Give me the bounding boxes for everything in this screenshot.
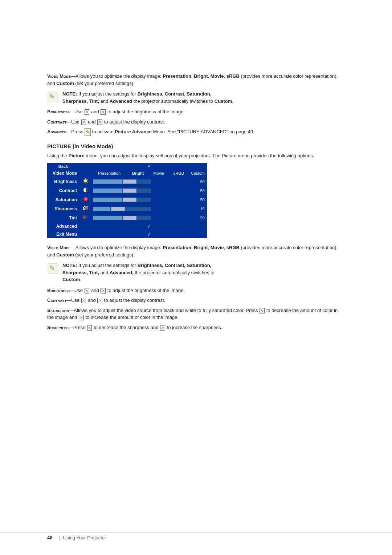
presentation-col: Presentation: [91, 170, 127, 177]
advanced-para-1: Advanced—Press ✎ to activate Picture Adv…: [47, 128, 345, 136]
note-icon-1: ✎: [47, 91, 59, 103]
picture-table-wrapper: Back ✓ Video Mode Presentation Bright Mo…: [47, 163, 345, 238]
sharpness-bar-cell: [91, 204, 189, 213]
video-mode-bold-1: Presentation, Bright: [163, 73, 208, 79]
video-mode-icon-cell: [80, 170, 91, 177]
table-row: Contrast 50: [47, 186, 207, 195]
tint-icon: [82, 214, 89, 220]
table-row: Sharpness: [47, 204, 207, 213]
bracket-left-2: <: [81, 119, 86, 125]
note-box-1: ✎ NOTE: If you adjust the settings for B…: [47, 90, 345, 105]
picture-section-heading: PICTURE (in Video Mode): [47, 143, 345, 149]
svg-text:✎: ✎: [49, 93, 55, 101]
svg-rect-17: [84, 207, 85, 208]
movie-col: Movie: [149, 170, 169, 177]
svg-rect-15: [84, 206, 85, 207]
custom-col: Custom: [189, 170, 207, 177]
sharpness-icon: [82, 205, 89, 211]
contrast-bar: [93, 189, 122, 193]
sun-icon: [82, 178, 89, 184]
svg-point-2: [84, 179, 87, 182]
sharpness-bar: [93, 207, 110, 211]
picture-table: Back ✓ Video Mode Presentation Bright Mo…: [47, 163, 207, 238]
video-mode-label-cell: Video Mode: [47, 170, 80, 177]
sharpness-box: [111, 207, 125, 211]
back-label-cell: Back: [47, 163, 80, 170]
svg-point-22: [85, 215, 89, 219]
note-content-1: NOTE: If you adjust the settings for Bri…: [62, 90, 233, 105]
contrast-para-2: Contrast—Use < and > to adjust the displ…: [47, 297, 345, 304]
footer-text: Using Your Projector: [63, 535, 106, 540]
tint-bar-cell: [91, 213, 189, 222]
contrast-para-1: Contrast—Use < and > to adjust the displ…: [47, 118, 345, 126]
sharpness-para: Sharpness—Press < to decrease the sharpn…: [47, 324, 345, 331]
svg-line-8: [87, 182, 88, 183]
brightness-bar-cell: [91, 177, 189, 186]
table-row: Advanced ✓: [47, 222, 207, 230]
video-mode-label-1: Video Mode: [47, 73, 71, 79]
video-mode-para-2: Video Mode—Allows you to optimize the di…: [47, 244, 345, 258]
bracket-right-5: >: [79, 315, 84, 320]
bracket-right-6: >: [160, 325, 165, 331]
bracket-right-4: >: [97, 298, 102, 303]
video-mode-row: Video Mode Presentation Bright Movie sRG…: [47, 170, 207, 177]
brightness-para-2: Brightness—Use < and > to adjust the bri…: [47, 287, 345, 294]
brightness-bar: [93, 179, 122, 184]
brightness-para-1: Brightness—Use < and > to adjust the bri…: [47, 108, 345, 116]
note-icon-2: ✎: [47, 263, 59, 274]
note-svg-1: ✎: [47, 91, 59, 103]
saturation-icon: [82, 196, 89, 202]
table-row: Brightness: [47, 177, 207, 186]
footer-page-number: 48: [47, 535, 52, 540]
table-header-row: Back ✓: [47, 163, 207, 170]
svg-line-10: [84, 182, 85, 183]
saturation-para: Saturation—Allows you to adjust the vide…: [47, 307, 345, 321]
bracket-right-3: >: [101, 288, 106, 293]
picture-intro: Using the Picture menu, you can adjust t…: [47, 152, 345, 159]
tint-bar: [93, 216, 122, 220]
checkmark-header-cell: ✓: [91, 163, 207, 170]
brightness-box: [123, 179, 136, 184]
bracket-left-5: <: [260, 308, 265, 313]
advanced-icon: ✎: [85, 128, 91, 136]
em-dash-1: —: [71, 73, 75, 79]
bracket-left-6: <: [87, 325, 92, 331]
note-label-1: NOTE:: [62, 91, 77, 97]
saturation-bar: [93, 198, 122, 202]
note-svg-2: ✎: [47, 263, 59, 274]
bracket-left-3: <: [85, 288, 90, 293]
bracket-left-4: <: [81, 298, 86, 303]
srgb-col: sRGB: [169, 170, 189, 177]
svg-rect-18: [85, 206, 88, 208]
svg-rect-14: [83, 206, 84, 207]
table-row: Saturation 50: [47, 195, 207, 204]
saturation-box: [123, 198, 136, 202]
svg-text:✎: ✎: [49, 264, 55, 272]
svg-line-7: [84, 179, 85, 180]
tint-box: [123, 216, 136, 220]
advanced-checkmark: ✓: [91, 222, 207, 230]
video-mode-text-1: Allows you to optimize the display image…: [75, 73, 163, 79]
exit-checkmark: ✓: [91, 230, 207, 238]
page: Video Mode—Allows you to optimize the di…: [0, 0, 392, 555]
svg-line-9: [87, 179, 88, 180]
contrast-box: [123, 189, 136, 193]
svg-rect-20: [83, 208, 85, 210]
video-mode-para-1: Video Mode—Allows you to optimize the di…: [47, 73, 345, 87]
svg-rect-19: [85, 208, 88, 210]
footer: 48 | Using Your Projector: [0, 532, 392, 540]
contrast-icon: [82, 187, 89, 193]
table-row: Tint 50: [47, 213, 207, 222]
bracket-right-2: >: [97, 119, 102, 125]
note-box-2: ✎ NOTE: If you adjust the settings for B…: [47, 262, 345, 283]
saturation-bar-cell: [91, 195, 189, 204]
bracket-left-1: <: [85, 109, 90, 115]
note-content-2: NOTE: If you adjust the settings for Bri…: [62, 262, 215, 283]
bracket-right-1: >: [101, 109, 106, 115]
contrast-bar-cell: [91, 186, 189, 195]
back-icon-cell: [80, 163, 91, 170]
table-row: Exit Menu ✓: [47, 230, 207, 238]
bright-col: Bright: [127, 170, 148, 177]
